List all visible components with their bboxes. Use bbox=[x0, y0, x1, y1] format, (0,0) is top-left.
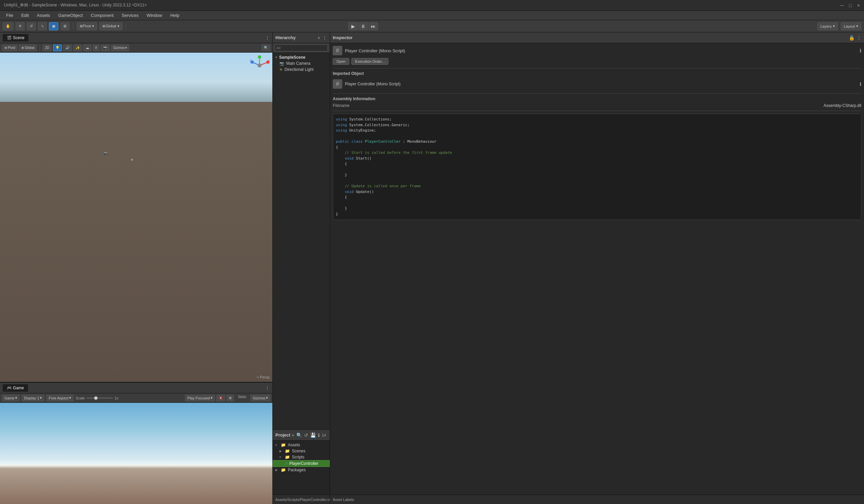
hierarchy-scene-name: SampleScene bbox=[279, 55, 305, 60]
toolbar-rotate-tool[interactable]: ↺ bbox=[27, 22, 36, 30]
toolbar-scale-tool[interactable]: ⤡ bbox=[38, 22, 47, 30]
toolbar-rect-tool[interactable]: ▣ bbox=[49, 22, 58, 30]
toolbar-pivot-dropdown[interactable]: ⊕Pivot ▾ bbox=[76, 22, 97, 30]
inspector-divider-1 bbox=[333, 68, 861, 69]
svg-text:X: X bbox=[269, 59, 270, 62]
toolbar-hand-tool[interactable]: ✋ bbox=[3, 22, 13, 30]
project-refresh-icon[interactable]: ↺ bbox=[304, 432, 308, 438]
hierarchy-menu-icon[interactable]: ⋮ bbox=[322, 35, 327, 40]
project-playercontroller-file[interactable]: # PlayerController bbox=[273, 460, 330, 467]
scene-audio-btn[interactable]: 🔊 bbox=[63, 45, 72, 51]
minimize-button[interactable]: ─ bbox=[840, 3, 843, 8]
playercontroller-label: PlayerController bbox=[289, 461, 318, 466]
scene-header: 🎬 Scene ⋮ bbox=[0, 33, 272, 43]
scene-menu-icon[interactable]: ⋮ bbox=[265, 35, 270, 40]
inspector-lock-icon[interactable]: 🔒 bbox=[849, 35, 854, 40]
svg-text:Y: Y bbox=[259, 55, 261, 58]
execution-order-button[interactable]: Execution Order... bbox=[351, 58, 388, 65]
close-button[interactable]: × bbox=[857, 3, 860, 8]
game-header: 🎮 Game ⋮ bbox=[0, 383, 272, 393]
gizmos-button[interactable]: Gizmos ▾ bbox=[250, 395, 270, 402]
play-focused-chevron: ▾ bbox=[211, 396, 213, 400]
scene-sky-btn[interactable]: ☁ bbox=[83, 45, 92, 51]
stats-button[interactable]: Stats bbox=[235, 395, 249, 402]
scene-pivot-btn[interactable]: ⊕Pivot bbox=[2, 45, 17, 51]
scene-search-btn[interactable]: 🔍 bbox=[262, 45, 270, 51]
pause-button[interactable]: ⏸ bbox=[358, 22, 368, 30]
menu-assets[interactable]: Assets bbox=[33, 12, 53, 19]
play-button[interactable]: ▶ bbox=[348, 22, 358, 30]
toolbar-global-dropdown[interactable]: ⊕Global ▾ bbox=[99, 22, 122, 30]
play-controls: ▶ ⏸ ⏭ bbox=[348, 22, 378, 30]
maximize-button[interactable]: □ bbox=[849, 3, 852, 8]
hierarchy-add-icon[interactable]: + bbox=[317, 35, 320, 40]
pivot-label: ⊕Pivot bbox=[80, 24, 91, 28]
title-bar-controls[interactable]: ─ □ × bbox=[840, 3, 860, 8]
scene-tab[interactable]: 🎬 Scene bbox=[3, 34, 28, 41]
pivot-chevron-icon: ▾ bbox=[92, 24, 94, 28]
menu-help[interactable]: Help bbox=[167, 12, 183, 19]
assets-folder-label: Assets bbox=[288, 443, 300, 447]
scene-light-btn[interactable]: 💡 bbox=[53, 45, 62, 51]
project-assets-folder[interactable]: ▾ 📁 Assets bbox=[273, 442, 330, 448]
menu-gameobject[interactable]: GameObject bbox=[55, 12, 86, 19]
project-scenes-folder[interactable]: ▶ 📁 Scenes bbox=[273, 448, 330, 454]
imported-info-icon[interactable]: ℹ bbox=[860, 81, 861, 87]
assembly-section-title: Assembly Information bbox=[333, 97, 861, 101]
hierarchy-search-input[interactable] bbox=[275, 45, 328, 51]
project-create-icon[interactable]: + bbox=[291, 432, 294, 438]
inspector-menu-icon[interactable]: ⋮ bbox=[856, 35, 861, 40]
scale-slider-track[interactable] bbox=[86, 397, 113, 399]
project-header: Project + 🔍 ↺ 💾 ℹ 14 ⋮ bbox=[273, 430, 330, 441]
game-mode-dropdown[interactable]: Game ▾ bbox=[2, 395, 20, 402]
display-label: Display 1 bbox=[24, 396, 39, 400]
open-button[interactable]: Open bbox=[333, 58, 349, 65]
scene-grid-btn[interactable]: # bbox=[93, 45, 99, 51]
main-toolbar: ✋ ✛ ↺ ⤡ ▣ ⊞ ⊕Pivot ▾ ⊕Global ▾ ▶ ⏸ ⏭ Lay… bbox=[0, 20, 864, 33]
project-packages-folder[interactable]: ▶ 📁 Packages bbox=[273, 467, 330, 473]
scripts-folder-icon: 📁 bbox=[285, 455, 290, 459]
asset-labels-text: Asset Labels bbox=[333, 497, 354, 502]
menu-services[interactable]: Services bbox=[119, 12, 142, 19]
scene-tab-label: Scene bbox=[13, 35, 24, 40]
toolbar-move-tool[interactable]: ✛ bbox=[15, 22, 25, 30]
scenes-folder-label: Scenes bbox=[292, 449, 305, 453]
step-button[interactable]: ⏭ bbox=[369, 22, 378, 30]
scale-label: Scale bbox=[75, 396, 85, 400]
layout-dropdown[interactable]: Layout ▾ bbox=[841, 22, 861, 30]
menu-window[interactable]: Window bbox=[143, 12, 165, 19]
scale-control: Scale 1x bbox=[75, 396, 119, 400]
layers-dropdown[interactable]: Layers ▾ bbox=[817, 22, 838, 30]
scene-gizmos-btn[interactable]: Gizmos ▾ bbox=[111, 45, 130, 51]
aspect-dropdown[interactable]: Free Aspect ▾ bbox=[46, 395, 74, 402]
filename-value: Assembly-CSharp.dll bbox=[824, 103, 861, 108]
menu-edit[interactable]: Edit bbox=[18, 12, 32, 19]
display-dropdown[interactable]: Display 1 ▾ bbox=[22, 395, 44, 402]
project-info-icon[interactable]: ℹ bbox=[318, 432, 320, 438]
toolbar-right: Layers ▾ Layout ▾ bbox=[817, 22, 861, 30]
game-menu-icon[interactable]: ⋮ bbox=[265, 385, 270, 391]
scene-fx-btn[interactable]: ✨ bbox=[73, 45, 82, 51]
game-stats-btn2[interactable]: ⊞ bbox=[227, 395, 234, 402]
hierarchy-scene-item[interactable]: ▾ SampleScene bbox=[273, 54, 330, 60]
packages-folder-icon: 📁 bbox=[281, 468, 286, 472]
project-search-icon[interactable]: 🔍 bbox=[296, 432, 302, 438]
scene-2d-btn[interactable]: 2D bbox=[43, 45, 52, 51]
hierarchy-directional-light[interactable]: ✳ Directional Light bbox=[273, 66, 330, 73]
scene-global-btn[interactable]: ⊕Global bbox=[19, 45, 37, 51]
hierarchy-main-camera[interactable]: 📷 Main Camera bbox=[273, 60, 330, 66]
game-mute-btn[interactable]: 🔇 bbox=[216, 395, 225, 402]
menu-component[interactable]: Component bbox=[87, 12, 117, 19]
scene-cam-btn[interactable]: 📷 bbox=[101, 45, 110, 51]
play-focused-dropdown[interactable]: Play Focused ▾ bbox=[185, 395, 215, 402]
layout-chevron-icon: ▾ bbox=[856, 24, 858, 28]
game-mode-label: Game bbox=[4, 396, 14, 400]
scale-slider-thumb[interactable] bbox=[94, 396, 97, 400]
inspector-info-icon[interactable]: ℹ bbox=[860, 48, 861, 53]
toolbar-transform-tool[interactable]: ⊞ bbox=[60, 22, 70, 30]
project-save-icon[interactable]: 💾 bbox=[310, 432, 316, 438]
scene-game-panel: 🎬 Scene ⋮ ⊕Pivot ⊕Global 2D 💡 🔊 ✨ ☁ # bbox=[0, 33, 273, 504]
project-scripts-folder[interactable]: ▾ 📁 Scripts bbox=[273, 454, 330, 460]
game-tab[interactable]: 🎮 Game bbox=[3, 384, 28, 392]
menu-file[interactable]: File bbox=[3, 12, 16, 19]
